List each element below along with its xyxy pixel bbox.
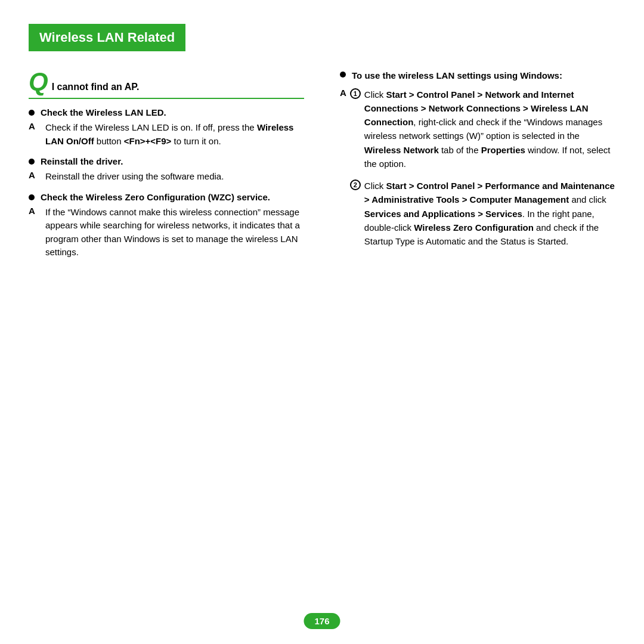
numbered-answer-content-1: Click Start > Control Panel > Network an…: [364, 88, 615, 171]
content-columns: Q I cannot find an AP. Check the Wireles…: [29, 69, 615, 271]
right-intro-bullet: To use the wireless LAN settings using W…: [340, 69, 615, 83]
bullet-item-2: Reinstall the driver.: [29, 156, 304, 166]
question-line: Q I cannot find an AP.: [29, 69, 304, 99]
header-bar: Wireless LAN Related: [29, 24, 185, 51]
bullet-dot-2: [29, 159, 35, 165]
right-bullet-dot: [340, 72, 346, 78]
a-label-2: A: [29, 170, 39, 180]
bullet-text-1: Check the Wireless LAN LED.: [41, 107, 166, 117]
answer-text-1: Check if the Wireless LAN LED is on. If …: [45, 121, 304, 148]
page-number-badge: 176: [304, 613, 340, 629]
right-column: To use the wireless LAN settings using W…: [334, 69, 615, 271]
bullet-text-3: Check the Wireless Zero Configuration (W…: [41, 192, 270, 202]
bullet-item-3: Check the Wireless Zero Configuration (W…: [29, 192, 304, 202]
right-numbered-items: 1 Click Start > Control Panel > Network …: [350, 88, 615, 257]
right-answer-section: A 1 Click Start > Control Panel > Networ…: [340, 88, 615, 257]
answer-text-3: If the “Windows cannot make this wireles…: [45, 206, 304, 259]
numbered-row-1: 1 Click Start > Control Panel > Network …: [350, 88, 615, 171]
a-label-1: A: [29, 121, 39, 131]
circle-1: 1: [350, 88, 361, 99]
bullet-dot-3: [29, 194, 35, 200]
bullet-item-1: Check the Wireless LAN LED.: [29, 107, 304, 117]
header-title: Wireless LAN Related: [39, 30, 175, 45]
left-column: Q I cannot find an AP. Check the Wireles…: [29, 69, 310, 271]
numbered-row-2: 2 Click Start > Control Panel > Performa…: [350, 179, 615, 248]
circle-2: 2: [350, 179, 361, 190]
q-letter: Q: [29, 69, 48, 94]
page-number-container: 176: [304, 616, 340, 626]
page-container: Wireless LAN Related Q I cannot find an …: [0, 0, 644, 644]
answer-block-2: A Reinstall the driver using the softwar…: [29, 170, 304, 184]
answer-block-1: A Check if the Wireless LAN LED is on. I…: [29, 121, 304, 148]
a-label-3: A: [29, 206, 39, 216]
answer-block-3: A If the “Windows cannot make this wirel…: [29, 206, 304, 259]
question-text: I cannot find an AP.: [52, 82, 140, 92]
bullet-dot-1: [29, 110, 35, 116]
right-a-label: A: [340, 88, 346, 98]
answer-text-2: Reinstall the driver using the software …: [45, 170, 224, 184]
right-bullet-text: To use the wireless LAN settings using W…: [352, 69, 562, 83]
question-section: Q I cannot find an AP. Check the Wireles…: [29, 69, 304, 259]
bullet-text-2: Reinstall the driver.: [41, 156, 123, 166]
numbered-answer-content-2: Click Start > Control Panel > Performanc…: [364, 179, 615, 248]
